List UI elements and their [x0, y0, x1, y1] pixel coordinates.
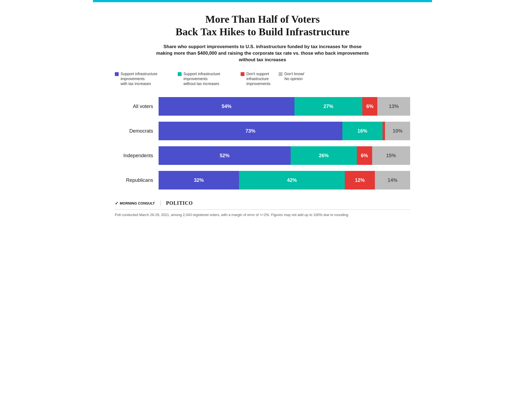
bar-segment-3-0: 32%: [159, 171, 239, 189]
bar-label-2: Independents: [115, 153, 159, 159]
politico-logo: POLITICO: [166, 200, 193, 206]
bar-label-3: Republicans: [115, 177, 159, 183]
bar-segment-3-2: 12%: [345, 171, 375, 189]
chart-area: All voters54%27%6%13%Democrats73%16%10%I…: [115, 97, 410, 189]
bar-label-1: Democrats: [115, 128, 159, 134]
legend-text-1: Support infrastructure improvementswitho…: [183, 71, 232, 86]
bar-segment-2-3: 15%: [372, 146, 410, 165]
bar-track-3: 32%42%12%14%: [159, 171, 410, 189]
bar-segment-0-3: 13%: [377, 97, 410, 116]
legend-color-2: [241, 72, 244, 76]
legend-color-1: [178, 72, 182, 76]
legend-text-0: Support infrastructure improvementswith …: [121, 71, 170, 86]
morning-consult-logo: ✓ MORNING CONSULT: [115, 201, 155, 206]
bar-track-2: 52%26%6%15%: [159, 146, 410, 165]
legend-text-3: Don't know/No opinion: [284, 71, 304, 81]
legend-color-0: [115, 72, 119, 76]
legend: Support infrastructure improvementswith …: [115, 71, 410, 89]
bar-segment-2-2: 6%: [357, 146, 372, 165]
legend-text-2: Don't supportinfrastructureimprovements: [246, 71, 270, 86]
footer-logos: ✓ MORNING CONSULT POLITICO: [115, 200, 410, 206]
bar-segment-0-2: 6%: [362, 97, 377, 116]
chart-subtitle: Share who support improvements to U.S. i…: [156, 43, 369, 63]
chart-title: More Than Half of Voters Back Tax Hikes …: [115, 13, 410, 38]
legend-color-3: [279, 72, 282, 76]
bar-row-2: Independents52%26%6%15%: [115, 146, 410, 165]
bar-segment-2-0: 52%: [159, 146, 291, 165]
bar-segment-1-0: 73%: [159, 122, 342, 140]
bar-track-0: 54%27%6%13%: [159, 97, 410, 116]
bar-segment-1-2: [383, 122, 385, 140]
bar-label-0: All voters: [115, 104, 159, 109]
bar-segment-1-3: 10%: [385, 122, 410, 140]
mc-icon: ✓: [115, 201, 118, 206]
bar-segment-2-1: 26%: [291, 146, 357, 165]
legend-item-2: Don't supportinfrastructureimprovements: [241, 71, 270, 86]
bar-segment-0-0: 54%: [159, 97, 294, 116]
footer-note: Poll conducted March 26-29, 2021, among …: [115, 212, 410, 217]
bar-track-1: 73%16%10%: [159, 122, 410, 140]
bar-segment-1-1: 16%: [342, 122, 383, 140]
footer-rule: [115, 209, 410, 210]
bar-row-0: All voters54%27%6%13%: [115, 97, 410, 116]
legend-item-0: Support infrastructure improvementswith …: [115, 71, 170, 86]
top-bar: [93, 0, 432, 2]
legend-item-3: Don't know/No opinion: [279, 71, 304, 86]
bar-segment-0-1: 27%: [294, 97, 362, 116]
bar-row-3: Republicans32%42%12%14%: [115, 171, 410, 189]
bar-segment-3-3: 14%: [375, 171, 410, 189]
morning-consult-text: MORNING CONSULT: [120, 201, 155, 205]
bar-row-1: Democrats73%16%10%: [115, 122, 410, 140]
legend-item-1: Support infrastructure improvementswitho…: [178, 71, 232, 86]
logo-divider: [160, 201, 161, 206]
bar-segment-3-1: 42%: [239, 171, 345, 189]
